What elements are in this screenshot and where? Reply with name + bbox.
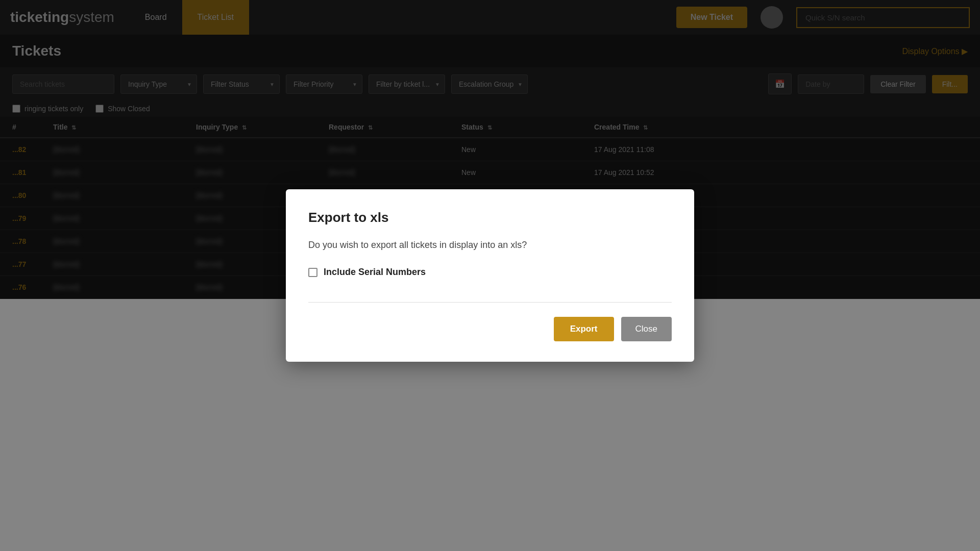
modal-divider: [308, 302, 672, 303]
export-button[interactable]: Export: [554, 317, 614, 341]
modal-overlay: Export to xls Do you wish to export all …: [0, 0, 980, 551]
modal-footer: Export Close: [308, 317, 672, 341]
modal-checkbox-row: Include Serial Numbers: [308, 267, 672, 278]
include-serial-label[interactable]: Include Serial Numbers: [324, 267, 426, 278]
modal-body-text: Do you wish to export all tickets in dis…: [308, 240, 672, 251]
include-serial-checkbox[interactable]: [308, 268, 317, 277]
modal-title: Export to xls: [308, 210, 672, 226]
export-modal: Export to xls Do you wish to export all …: [286, 189, 694, 362]
close-button[interactable]: Close: [621, 317, 672, 341]
